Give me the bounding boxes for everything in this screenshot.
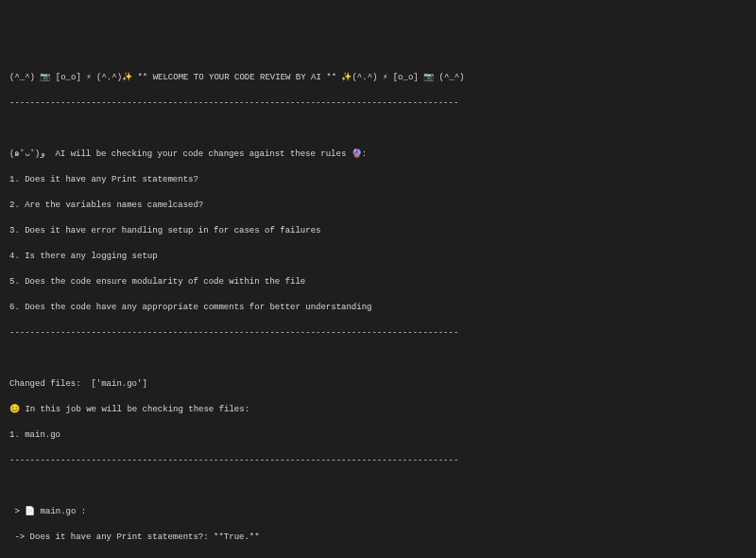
rule-item: 1. Does it have any Print statements? [9,174,747,187]
separator: ----------------------------------------… [9,97,747,111]
review-question: -> Does it have any Print statements?: *… [9,532,747,545]
file-list-item: 1. main.go [9,429,747,443]
file-header: > 📄 main.go : [9,506,747,519]
rule-item: 5. Does the code ensure modularity of co… [9,276,747,289]
checking-files: 😊 In this job we will be checking these … [9,404,747,417]
separator: ----------------------------------------… [9,327,747,340]
terminal-output: (^_^) 📷 [o_o] ⚡ (^.^)✨ ** WELCOME TO YOU… [9,59,747,558]
blank [9,480,747,494]
rule-item: 4. Is there any logging setup [9,251,747,264]
intro-lead: (๑˃ᴗ˂)ﻭ AI will be checking your code ch… [9,148,747,162]
rule-item: 3. Does it have error handling setup in … [9,225,747,238]
separator: ----------------------------------------… [9,455,747,468]
rule-item: 6. Does the code have any appropriate co… [9,302,747,315]
blank [9,353,747,366]
changed-files: Changed files: ['main.go'] [9,378,747,392]
blank [9,123,747,136]
banner-line: (^_^) 📷 [o_o] ⚡ (^.^)✨ ** WELCOME TO YOU… [9,72,747,85]
rule-item: 2. Are the variables names camelcased? [9,200,747,213]
